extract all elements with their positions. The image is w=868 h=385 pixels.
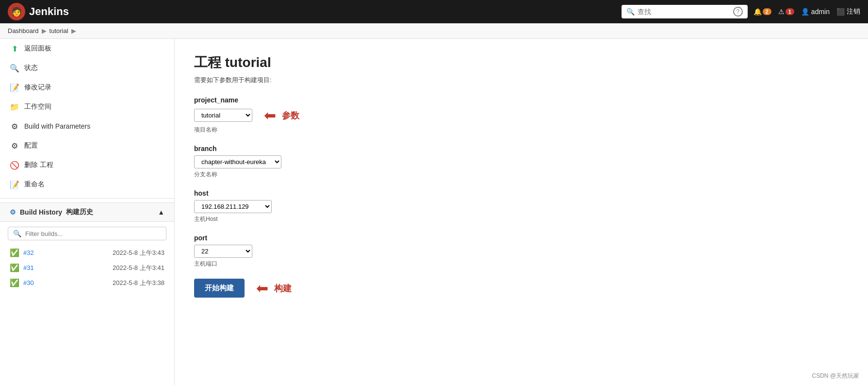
- build-item-31[interactable]: ✅ #31 2022-5-8 上午3:41: [0, 260, 174, 275]
- arrow-left-icon-build: ⬅: [256, 280, 268, 297]
- build-history-gear-icon: ⚙: [10, 208, 16, 216]
- param-desc-host: 主机Host: [194, 215, 849, 223]
- build-time-32: 2022-5-8 上午3:43: [113, 249, 164, 257]
- param-select-branch[interactable]: chapter-without-eureka: [194, 155, 281, 168]
- filter-search-icon: 🔍: [13, 230, 21, 237]
- build-num-30: #30: [23, 279, 34, 286]
- build-item-32[interactable]: ✅ #32 2022-5-8 上午3:43: [0, 245, 174, 260]
- status-icon: 🔍: [10, 63, 19, 73]
- param-label-project-name: project_name: [194, 96, 849, 104]
- build-time-31: 2022-5-8 上午3:41: [113, 264, 164, 272]
- param-label-port: port: [194, 234, 849, 242]
- sidebar-item-changes[interactable]: 📝 修改记录: [0, 78, 174, 97]
- param-select-host[interactable]: 192.168.211.129: [194, 200, 272, 213]
- breadcrumb: Dashboard ▶ tutorial ▶: [0, 23, 868, 39]
- param-branch: branch chapter-without-eureka 分支名称: [194, 145, 849, 179]
- sidebar-label-status: 状态: [24, 64, 38, 72]
- param-select-row-project-name: tutorial ⬅ 参数: [194, 107, 849, 124]
- param-port: port 22 主机端口: [194, 234, 849, 268]
- sidebar-item-workspace[interactable]: 📁 工作空间: [0, 97, 174, 117]
- search-box: 🔍 ?: [622, 5, 748, 18]
- breadcrumb-dashboard[interactable]: Dashboard: [8, 27, 39, 34]
- sidebar-item-delete[interactable]: 🚫 删除 工程: [0, 155, 174, 175]
- notifications-count: 2: [763, 8, 771, 15]
- sidebar-item-rename[interactable]: 📝 重命名: [0, 175, 174, 194]
- user-name: admin: [811, 8, 830, 16]
- chevron-up-icon: ▲: [158, 208, 164, 216]
- sidebar: ⬆ 返回面板 🔍 状态 📝 修改记录 📁 工作空间 ⚙ Build with P…: [0, 39, 175, 385]
- build-button[interactable]: 开始构建: [194, 279, 245, 298]
- build-params-icon: ⚙: [10, 121, 19, 131]
- delete-icon: 🚫: [10, 160, 19, 170]
- build-success-icon-30: ✅: [10, 278, 19, 287]
- main-content: 工程 tutorial 需要如下参数用于构建项目: project_name t…: [175, 39, 868, 385]
- jenkins-title: Jenkins: [29, 5, 69, 18]
- user-menu[interactable]: 👤 admin: [801, 8, 830, 16]
- jenkins-icon: 🧑: [8, 3, 25, 20]
- sidebar-label-workspace: 工作空间: [24, 102, 51, 111]
- param-select-row-branch: chapter-without-eureka: [194, 155, 849, 168]
- param-desc-branch: 分支名称: [194, 170, 849, 179]
- build-num-31: #31: [23, 264, 34, 271]
- arrow-left-icon-1: ⬅: [264, 107, 276, 124]
- notifications-bell[interactable]: 🔔2: [753, 8, 771, 16]
- page-title: 工程 tutorial: [194, 53, 849, 72]
- back-icon: ⬆: [10, 44, 19, 53]
- rename-icon: 📝: [10, 180, 19, 189]
- param-select-project-name[interactable]: tutorial: [194, 109, 252, 122]
- workspace-icon: 📁: [10, 102, 19, 112]
- sidebar-divider: [0, 198, 174, 199]
- search-icon: 🔍: [626, 8, 635, 16]
- breadcrumb-sep1: ▶: [42, 27, 47, 34]
- sidebar-label-build-params: Build with Parameters: [24, 122, 90, 130]
- sidebar-label-delete: 删除 工程: [24, 161, 53, 169]
- warnings-count: 1: [786, 8, 794, 15]
- param-select-row-port: 22: [194, 245, 849, 258]
- sidebar-item-status[interactable]: 🔍 状态: [0, 58, 174, 78]
- sidebar-label-config: 配置: [24, 141, 38, 150]
- build-success-icon-32: ✅: [10, 248, 19, 257]
- topnav: 🧑 Jenkins 🔍 ? 🔔2 ⚠1 👤 admin ⬛ 注销: [0, 0, 868, 23]
- param-host: host 192.168.211.129 主机Host: [194, 189, 849, 223]
- sidebar-item-back[interactable]: ⬆ 返回面板: [0, 39, 174, 58]
- build-history-header[interactable]: ⚙ Build History 构建历史 ▲: [0, 202, 174, 222]
- build-item-30[interactable]: ✅ #30 2022-5-8 上午3:38: [0, 275, 174, 290]
- param-desc-port: 主机端口: [194, 260, 849, 268]
- filter-box: 🔍: [8, 227, 166, 240]
- param-label-branch: branch: [194, 145, 849, 152]
- config-icon: ⚙: [10, 141, 19, 151]
- build-btn-row: 开始构建 ⬅ 构建: [194, 279, 849, 298]
- param-label-host: host: [194, 189, 849, 197]
- breadcrumb-tutorial[interactable]: tutorial: [49, 27, 68, 34]
- footer-note: CSDN @天然玩家: [812, 372, 859, 380]
- sidebar-item-build-params[interactable]: ⚙ Build with Parameters: [0, 117, 174, 136]
- logout-button[interactable]: ⬛ 注销: [836, 7, 860, 16]
- build-annotation: 构建: [274, 283, 292, 294]
- build-num-32: #32: [23, 249, 34, 256]
- sidebar-label-changes: 修改记录: [24, 83, 51, 92]
- build-time-30: 2022-5-8 上午3:38: [113, 279, 164, 287]
- sidebar-item-config[interactable]: ⚙ 配置: [0, 136, 174, 155]
- topnav-icons: 🔔2 ⚠1 👤 admin ⬛ 注销: [753, 7, 860, 16]
- changes-icon: 📝: [10, 83, 19, 92]
- build-history-label: Build History: [20, 208, 62, 216]
- page-subtitle: 需要如下参数用于构建项目:: [194, 76, 849, 84]
- param-select-port[interactable]: 22: [194, 245, 252, 258]
- param-project-name: project_name tutorial ⬅ 参数 项目名称: [194, 96, 849, 134]
- build-history-cn: 构建历史: [66, 208, 93, 217]
- jenkins-logo[interactable]: 🧑 Jenkins: [8, 3, 69, 20]
- param-desc-project-name: 项目名称: [194, 126, 849, 134]
- param-select-row-host: 192.168.211.129: [194, 200, 849, 213]
- warnings-badge[interactable]: ⚠1: [778, 8, 794, 16]
- param-annotation-1: 参数: [282, 110, 299, 121]
- breadcrumb-sep2: ▶: [71, 27, 76, 34]
- search-input[interactable]: [638, 8, 731, 16]
- layout: ⬆ 返回面板 🔍 状态 📝 修改记录 📁 工作空间 ⚙ Build with P…: [0, 39, 868, 385]
- logout-label: 注销: [847, 7, 860, 16]
- build-success-icon-31: ✅: [10, 263, 19, 272]
- sidebar-label-back: 返回面板: [24, 44, 51, 53]
- filter-input[interactable]: [25, 230, 161, 237]
- sidebar-label-rename: 重命名: [24, 180, 45, 189]
- help-icon[interactable]: ?: [733, 7, 742, 17]
